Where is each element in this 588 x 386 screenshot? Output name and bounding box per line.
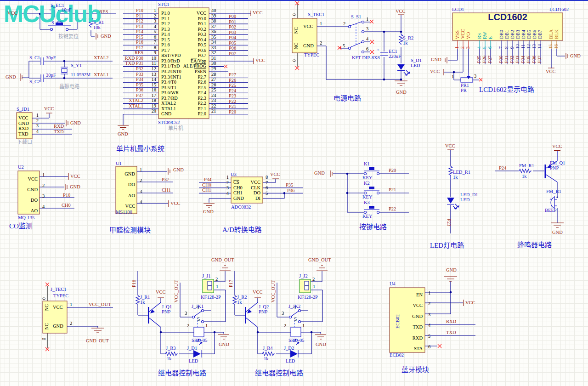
tec-designator: S_TEC1: [308, 12, 324, 17]
tec-pin-nc2: NC: [294, 43, 299, 50]
net-p20: P20: [389, 168, 396, 173]
jk2-pin3: 3: [282, 311, 284, 316]
lcd-pin-vss: VSS: [455, 30, 460, 39]
net-p36: P36: [287, 188, 294, 193]
led-caption: LED灯电路: [430, 242, 464, 250]
net-p17: P17: [228, 280, 233, 287]
net-vcc-out: VCC_OUT: [89, 302, 111, 307]
mcu-left-pin-numbers: 1 2 3 4 5 6 7 8 9 10 11 12 13 14 15 16 1…: [145, 8, 156, 114]
net-gnd-out: GND_OUT: [308, 257, 331, 263]
keys-caption: 按键电路: [359, 223, 387, 231]
jj2-pin2: 2: [312, 277, 315, 282]
buzzer-caption: 蜂鸣器电路: [517, 241, 552, 249]
lcd-num-11: 11: [520, 44, 526, 49]
lcd-net-p26: P26: [482, 56, 487, 63]
mcu-right-pin-names: VCC P0.0 P0.1 P0.2 P0.3 P0.4 P0.5 P0.6 P…: [165, 11, 206, 117]
jtec-type: TYPEC: [53, 293, 68, 299]
power-vcc: VCC: [270, 172, 280, 177]
lcd-pin-db3: DB3: [515, 30, 520, 39]
lcd-num-14: 14: [537, 44, 542, 49]
bt-caption: 蓝牙模块: [401, 366, 429, 374]
pot-pin1: 1: [452, 74, 454, 79]
power-vcc: VCC: [546, 69, 556, 74]
lcd-type: LCD1602: [549, 7, 569, 12]
lcd-title: LCD1602: [452, 14, 563, 20]
u2-caption: CO监测: [9, 222, 33, 230]
u1-caption: 甲醛检测模块: [109, 227, 151, 234]
mcu-designator: STC1: [158, 2, 170, 7]
u4-pin-numbers: 1 2 3 4 5 6: [428, 288, 430, 352]
jd1-designator: J_D1: [187, 346, 197, 351]
lcd-net-p06: P06: [531, 56, 537, 63]
mcu-subcaption: 单片机: [168, 125, 183, 131]
u4-designator: U4: [390, 281, 396, 287]
jd-designator: S_JD1: [17, 107, 29, 112]
u2-pin-names: VCC GND DO AO: [20, 174, 38, 216]
net-p21: P21: [389, 187, 396, 193]
jj2-designator: J_J2: [299, 273, 308, 279]
u1-pin-numbers: 1 2 3 4: [140, 165, 142, 207]
power-vcc: VCC: [465, 300, 475, 306]
coil-pin2: 2: [187, 323, 189, 329]
power-gnd: GND: [314, 170, 325, 176]
u2-pin-numbers: 1 2 3 4: [42, 170, 45, 212]
lcd-net-p27: P27: [487, 56, 492, 63]
u4-body-label: ECB02: [395, 314, 400, 329]
cap-value: 10uF: [62, 7, 72, 13]
net-p24: P24: [499, 165, 506, 171]
jtec-pin1-number: 1: [70, 302, 72, 307]
lcd-pin-db1: DB1: [504, 30, 509, 39]
mcu-caption: 单片机最小系统: [116, 145, 164, 153]
u3-caption: A/D转换电路: [222, 226, 262, 234]
jtec-zero-top: 0: [41, 297, 46, 300]
net-p34: P34: [204, 177, 211, 182]
power-gnd: GND: [219, 342, 229, 347]
tec-pin-gnd: GND: [303, 43, 314, 49]
k3-designator: K3: [364, 200, 370, 205]
net-rxd: RXD: [54, 124, 64, 129]
lcd-num-16: 16: [554, 44, 559, 49]
jd2-designator: J_D2: [284, 346, 294, 351]
coil-pin1: 1: [205, 323, 208, 329]
lcd-num-12: 12: [526, 44, 531, 49]
u1-pin-names: GND DO AO VCC: [118, 169, 135, 211]
power-gnd: GND: [316, 342, 326, 347]
fmr-designator: FM_R1: [519, 163, 534, 169]
tec-type: TYPEC: [304, 52, 319, 58]
u3-right-pin-numbers: 8 7 6 5: [266, 175, 268, 196]
d1-type: LED: [411, 63, 420, 68]
lcd-net-p04: P04: [520, 56, 526, 63]
jtec-pin2-number: 2: [70, 321, 72, 326]
power-caption: 电源电路: [334, 95, 361, 102]
ledd-type: LED: [460, 197, 469, 203]
jtec-zero-bottom: 0: [41, 338, 46, 340]
net-rxd: RXD: [446, 319, 456, 324]
sw-pin6: 6: [366, 46, 368, 52]
relay2-caption: 继电器控制电路: [255, 369, 303, 377]
lcd-num-13: 13: [531, 44, 537, 49]
power-vcc: VCC: [255, 58, 266, 63]
power-gnd: GND: [552, 230, 563, 235]
lcd-num-3: 3: [465, 46, 470, 49]
sw-pin2: 2: [343, 21, 345, 27]
net-p37: P37: [162, 177, 169, 182]
jk2-pin5: 5: [294, 317, 297, 322]
dip-switch-type: KFT DIP-8X8: [352, 55, 380, 61]
net-p10: P10: [63, 193, 70, 198]
jj2-type: KF128-2P: [298, 295, 318, 300]
lcd-num-4: 4: [476, 46, 481, 49]
lcd-num-9: 9: [509, 46, 514, 49]
bluetooth-circuit: [390, 277, 475, 352]
tec-zero-top: 0: [292, 13, 297, 16]
switch-designator: S_S2: [51, 20, 62, 26]
jj1-pin1: 1: [216, 284, 218, 290]
power-gnd: GND: [396, 90, 407, 95]
power-gnd: GND: [203, 209, 214, 215]
relay-type: SRD-05: [192, 338, 207, 343]
cap2-designator: S_C2: [29, 79, 40, 85]
jk2-designator: J_JK2: [288, 304, 300, 309]
u3-designator: U3: [231, 172, 237, 177]
jd2-type: LED: [286, 358, 295, 364]
jr4-value: 1k: [264, 356, 269, 362]
lcd-num-15: 15: [548, 44, 553, 49]
